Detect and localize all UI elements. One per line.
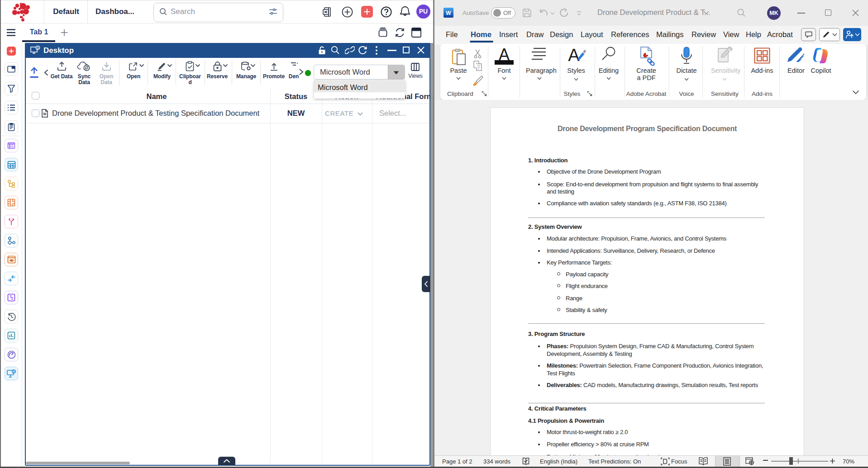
svg-text:A: A [568, 47, 580, 65]
svg-text:W: W [446, 10, 451, 16]
